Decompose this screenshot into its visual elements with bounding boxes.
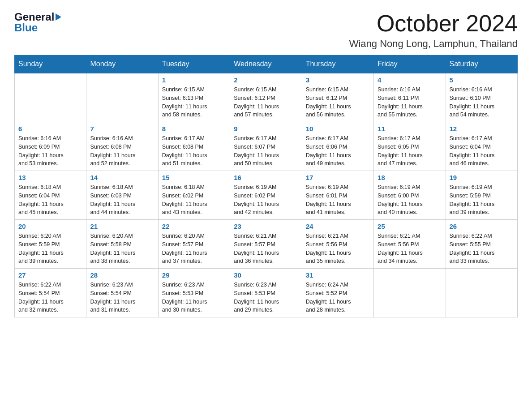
- weekday-header-saturday: Saturday: [446, 56, 517, 73]
- day-info: Sunrise: 6:24 AM Sunset: 5:52 PM Dayligh…: [306, 281, 370, 314]
- day-info: Sunrise: 6:18 AM Sunset: 6:02 PM Dayligh…: [162, 183, 226, 217]
- day-info: Sunrise: 6:21 AM Sunset: 5:56 PM Dayligh…: [378, 232, 442, 265]
- day-info: Sunrise: 6:17 AM Sunset: 6:08 PM Dayligh…: [162, 134, 226, 168]
- day-number: 16: [234, 174, 298, 181]
- day-info: Sunrise: 6:22 AM Sunset: 5:54 PM Dayligh…: [18, 281, 82, 314]
- logo-blue: Blue: [14, 21, 61, 34]
- weekday-header-thursday: Thursday: [302, 56, 373, 73]
- day-info: Sunrise: 6:17 AM Sunset: 6:04 PM Dayligh…: [450, 134, 514, 168]
- day-info: Sunrise: 6:18 AM Sunset: 6:03 PM Dayligh…: [90, 183, 154, 217]
- calendar-cell: 12Sunrise: 6:17 AM Sunset: 6:04 PM Dayli…: [446, 122, 517, 171]
- day-number: 19: [450, 174, 514, 181]
- day-number: 27: [18, 271, 82, 279]
- calendar-cell: 30Sunrise: 6:23 AM Sunset: 5:53 PM Dayli…: [230, 269, 302, 317]
- calendar-week-3: 13Sunrise: 6:18 AM Sunset: 6:04 PM Dayli…: [15, 171, 518, 220]
- calendar-cell: 19Sunrise: 6:19 AM Sunset: 5:59 PM Dayli…: [446, 171, 517, 220]
- day-info: Sunrise: 6:21 AM Sunset: 5:57 PM Dayligh…: [234, 232, 298, 265]
- day-number: 9: [234, 125, 298, 133]
- day-number: 8: [162, 125, 226, 133]
- day-info: Sunrise: 6:17 AM Sunset: 6:05 PM Dayligh…: [378, 134, 442, 168]
- day-info: Sunrise: 6:22 AM Sunset: 5:55 PM Dayligh…: [450, 232, 514, 265]
- calendar-cell: 22Sunrise: 6:20 AM Sunset: 5:57 PM Dayli…: [158, 220, 230, 269]
- day-info: Sunrise: 6:20 AM Sunset: 5:59 PM Dayligh…: [18, 232, 82, 265]
- calendar-week-4: 20Sunrise: 6:20 AM Sunset: 5:59 PM Dayli…: [15, 220, 518, 269]
- weekday-header-tuesday: Tuesday: [158, 56, 230, 73]
- day-number: 7: [90, 125, 154, 133]
- calendar-table: SundayMondayTuesdayWednesdayThursdayFrid…: [14, 55, 518, 317]
- day-info: Sunrise: 6:21 AM Sunset: 5:56 PM Dayligh…: [306, 232, 370, 265]
- day-info: Sunrise: 6:23 AM Sunset: 5:54 PM Dayligh…: [90, 281, 154, 314]
- day-number: 31: [306, 271, 370, 279]
- calendar-cell: 16Sunrise: 6:19 AM Sunset: 6:02 PM Dayli…: [230, 171, 302, 220]
- calendar-cell: 21Sunrise: 6:20 AM Sunset: 5:58 PM Dayli…: [86, 220, 158, 269]
- calendar-cell: [374, 269, 446, 317]
- calendar-cell: 24Sunrise: 6:21 AM Sunset: 5:56 PM Dayli…: [302, 220, 373, 269]
- calendar-cell: 20Sunrise: 6:20 AM Sunset: 5:59 PM Dayli…: [15, 220, 86, 269]
- logo-text-block: General Blue: [14, 11, 61, 34]
- day-number: 5: [450, 76, 514, 84]
- day-number: 17: [306, 174, 370, 181]
- header-row: SundayMondayTuesdayWednesdayThursdayFrid…: [15, 56, 518, 73]
- calendar-cell: 3Sunrise: 6:15 AM Sunset: 6:12 PM Daylig…: [302, 73, 373, 122]
- day-number: 13: [18, 174, 82, 181]
- day-info: Sunrise: 6:15 AM Sunset: 6:12 PM Dayligh…: [234, 86, 298, 119]
- day-number: 15: [162, 174, 226, 181]
- calendar-cell: 4Sunrise: 6:16 AM Sunset: 6:11 PM Daylig…: [374, 73, 446, 122]
- calendar-cell: 8Sunrise: 6:17 AM Sunset: 6:08 PM Daylig…: [158, 122, 230, 171]
- calendar-cell: 1Sunrise: 6:15 AM Sunset: 6:13 PM Daylig…: [158, 73, 230, 122]
- day-number: 3: [306, 76, 370, 84]
- calendar-week-2: 6Sunrise: 6:16 AM Sunset: 6:09 PM Daylig…: [15, 122, 518, 171]
- day-info: Sunrise: 6:19 AM Sunset: 5:59 PM Dayligh…: [450, 183, 514, 217]
- day-info: Sunrise: 6:15 AM Sunset: 6:13 PM Dayligh…: [162, 86, 226, 119]
- day-number: 2: [234, 76, 298, 84]
- weekday-header-monday: Monday: [86, 56, 158, 73]
- day-number: 23: [234, 223, 298, 230]
- calendar-cell: 6Sunrise: 6:16 AM Sunset: 6:09 PM Daylig…: [15, 122, 86, 171]
- day-info: Sunrise: 6:15 AM Sunset: 6:12 PM Dayligh…: [306, 86, 370, 119]
- weekday-header-sunday: Sunday: [15, 56, 86, 73]
- location-title: Wiang Nong Long, Lamphun, Thailand: [349, 38, 518, 50]
- day-number: 30: [234, 271, 298, 279]
- day-number: 21: [90, 223, 154, 230]
- calendar-cell: 15Sunrise: 6:18 AM Sunset: 6:02 PM Dayli…: [158, 171, 230, 220]
- calendar-cell: 26Sunrise: 6:22 AM Sunset: 5:55 PM Dayli…: [446, 220, 517, 269]
- day-info: Sunrise: 6:20 AM Sunset: 5:57 PM Dayligh…: [162, 232, 226, 265]
- weekday-header-friday: Friday: [374, 56, 446, 73]
- day-info: Sunrise: 6:17 AM Sunset: 6:06 PM Dayligh…: [306, 134, 370, 168]
- day-info: Sunrise: 6:17 AM Sunset: 6:07 PM Dayligh…: [234, 134, 298, 168]
- day-number: 28: [90, 271, 154, 279]
- calendar-cell: 29Sunrise: 6:23 AM Sunset: 5:53 PM Dayli…: [158, 269, 230, 317]
- day-number: 18: [378, 174, 442, 181]
- calendar-cell: [446, 269, 517, 317]
- calendar-cell: [15, 73, 86, 122]
- calendar-cell: 9Sunrise: 6:17 AM Sunset: 6:07 PM Daylig…: [230, 122, 302, 171]
- calendar-header: SundayMondayTuesdayWednesdayThursdayFrid…: [15, 56, 518, 73]
- day-number: 22: [162, 223, 226, 230]
- calendar-cell: 14Sunrise: 6:18 AM Sunset: 6:03 PM Dayli…: [86, 171, 158, 220]
- weekday-header-wednesday: Wednesday: [230, 56, 302, 73]
- logo-arrow-icon: [56, 13, 61, 21]
- day-info: Sunrise: 6:16 AM Sunset: 6:10 PM Dayligh…: [450, 86, 514, 119]
- day-number: 24: [306, 223, 370, 230]
- calendar-body: 1Sunrise: 6:15 AM Sunset: 6:13 PM Daylig…: [15, 73, 518, 317]
- calendar-cell: 10Sunrise: 6:17 AM Sunset: 6:06 PM Dayli…: [302, 122, 373, 171]
- day-number: 11: [378, 125, 442, 133]
- day-info: Sunrise: 6:18 AM Sunset: 6:04 PM Dayligh…: [18, 183, 82, 217]
- day-info: Sunrise: 6:16 AM Sunset: 6:11 PM Dayligh…: [378, 86, 442, 119]
- calendar-cell: [86, 73, 158, 122]
- day-number: 1: [162, 76, 226, 84]
- calendar-cell: 18Sunrise: 6:19 AM Sunset: 6:00 PM Dayli…: [374, 171, 446, 220]
- day-number: 29: [162, 271, 226, 279]
- day-info: Sunrise: 6:19 AM Sunset: 6:02 PM Dayligh…: [234, 183, 298, 217]
- calendar-cell: 17Sunrise: 6:19 AM Sunset: 6:01 PM Dayli…: [302, 171, 373, 220]
- day-info: Sunrise: 6:19 AM Sunset: 6:01 PM Dayligh…: [306, 183, 370, 217]
- day-number: 20: [18, 223, 82, 230]
- day-number: 4: [378, 76, 442, 84]
- logo: General Blue: [14, 11, 61, 34]
- calendar-cell: 11Sunrise: 6:17 AM Sunset: 6:05 PM Dayli…: [374, 122, 446, 171]
- day-number: 10: [306, 125, 370, 133]
- calendar-cell: 28Sunrise: 6:23 AM Sunset: 5:54 PM Dayli…: [86, 269, 158, 317]
- calendar-week-1: 1Sunrise: 6:15 AM Sunset: 6:13 PM Daylig…: [15, 73, 518, 122]
- calendar-cell: 23Sunrise: 6:21 AM Sunset: 5:57 PM Dayli…: [230, 220, 302, 269]
- day-number: 6: [18, 125, 82, 133]
